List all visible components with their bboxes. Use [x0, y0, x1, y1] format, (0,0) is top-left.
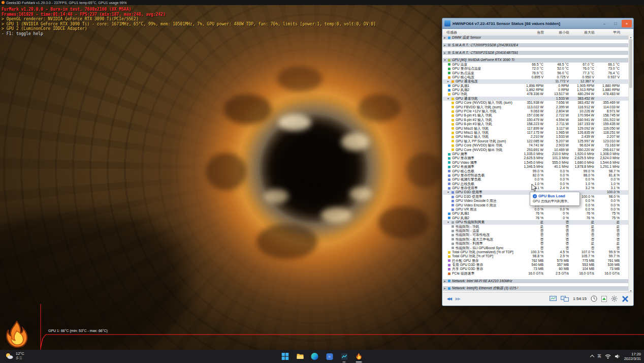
sensor-row[interactable]: GPU 功耗478.336 W13.517 W480.294 W478.483 … — [443, 92, 633, 96]
sensor-group-row[interactable]: ▸DIMM 温度 Sensor — [443, 36, 633, 40]
expand-arrow-icon[interactable]: ▸ — [444, 36, 447, 40]
expand-arrow-icon[interactable]: ▸ — [444, 286, 447, 290]
prev-page-icon[interactable]: ◀◀ — [447, 297, 452, 301]
sensor-row[interactable]: GPU Core (NVVDD) 输入 功耗 (sum)351.938 W7.6… — [443, 101, 633, 105]
sensor-row[interactable]: GPU Core (NVVDD) 输出 功耗74.741 W2.903 W96.… — [443, 143, 633, 147]
calculator-button[interactable] — [324, 350, 335, 362]
sensor-row[interactable]: GPU 总线负载1.0 %0.0 %1.0 %1.0 % — [443, 182, 633, 186]
furmark-osd: FurMark v1.29.0.0 - Burn-in test, 7680x2… — [2, 7, 376, 36]
sensor-row[interactable]: GPU 温度66.5 °C48.5 °C67.0 °C66.1 °C — [443, 63, 633, 67]
expand-arrow-icon[interactable]: ▾ — [447, 97, 451, 101]
furmark-titlebar[interactable]: Geeks3D FurMark v1.29.0.0 - 237FPS, GPU1… — [0, 0, 644, 5]
sensor-row[interactable]: GPU 输入 PP Source 功耗 (sum)122.085 W5.207 … — [443, 139, 633, 143]
sensor-row[interactable]: 性能限制 - 最大工作电压否否否否 — [443, 237, 633, 241]
tray-expand-icon[interactable] — [590, 355, 594, 359]
net-icon — [448, 280, 450, 282]
sensor-row[interactable]: GPU FBVDD 输入 功耗 (sum)113.022 W2.399 W116… — [443, 105, 633, 109]
volume-icon[interactable] — [615, 354, 621, 359]
sensor-group-row[interactable]: ▸Network: Intel(R) Ethernet 控制器 (3) I225… — [443, 286, 633, 290]
edge-button[interactable] — [309, 350, 320, 362]
expand-arrow-icon[interactable]: ▸ — [444, 51, 447, 55]
sensor-row[interactable]: GPU 8-pin #2 输入 功耗150.479 W4.594 W160.94… — [443, 118, 633, 122]
sensor-row[interactable]: GPU VR 用法0.0 %0.0 %0.0 %0.0 % — [443, 207, 633, 211]
mem-icon — [448, 264, 450, 266]
hwinfo-titlebar[interactable]: HWiNFO64 v7.22-4731 Sensor Status [88 va… — [442, 18, 633, 29]
expand-arrow-icon[interactable]: ▸ — [447, 79, 451, 83]
furmark-taskbar-button[interactable] — [353, 350, 365, 362]
scrollbar-thumb[interactable] — [629, 39, 632, 88]
sensor-row[interactable]: Total GPU 功耗 (normalized) [% of TDP]100.… — [443, 250, 633, 254]
sensor-row[interactable]: GPU PCIe +12V 输入 功耗9.063 W2.804 W10.226 … — [443, 109, 633, 113]
sensor-row[interactable]: GPU 核心负载99.0 %0.0 %99.0 %98.7 % — [443, 169, 633, 173]
minimize-button[interactable]: – — [599, 20, 609, 27]
sensor-row[interactable]: GPU 风扇11,896 RPM0 RPM1,905 RPM1,880 RPM — [443, 84, 633, 88]
sensor-label: GPU Video 频率 — [452, 161, 518, 165]
report-icon[interactable] — [601, 296, 607, 302]
sensor-row[interactable]: GPU Misc0 输入 功耗117.899 W3.117 W129.092 W… — [443, 127, 633, 131]
sensor-row[interactable]: GPU 有效频率1,346.5 MHz40.1 MHz1,878.8 MHz1,… — [443, 165, 633, 169]
start-button[interactable] — [280, 350, 291, 362]
close-button[interactable]: × — [622, 20, 632, 27]
sensor-label: GPU 有效频率 — [452, 165, 518, 169]
sensor-row[interactable]: 共享 GPU D3D 显存73 MB60 MB104 MB73 MB — [443, 267, 633, 271]
sensor-row[interactable]: 已分配 GPU 显存762 MB579 MB775 MB761 MB — [443, 259, 633, 263]
sensor-row[interactable]: GPU 显存控制器负载82.0 %0.0 %88.0 %81.8 % — [443, 173, 633, 177]
expand-arrow-icon[interactable]: ▸ — [444, 279, 447, 283]
sensor-row[interactable]: 性能限制 - 功耗是否是是 — [443, 225, 633, 229]
expand-arrow-icon[interactable]: ▾ — [447, 190, 451, 194]
sensor-group-row[interactable]: ▸Network: Intel Wi-Fi 6E AX210 160MHz — [443, 279, 633, 283]
sensor-row[interactable]: GPU 显存结点温度72.0 °C52.0 °C76.0 °C73.0 °C — [443, 67, 633, 71]
sensor-row[interactable]: 性能限制 - 利用率否否是是 — [443, 241, 633, 246]
sensor-group-row[interactable]: ▸S.M.A.R.T.: CT2000P5SSD8 (2042B332E45) — [443, 43, 633, 47]
sensor-row[interactable]: GPU 核心电压0.895 V0.725 V0.950 V0.937 V — [443, 75, 633, 79]
fan-icon — [448, 213, 450, 215]
maximize-button[interactable]: □ — [610, 20, 621, 27]
expand-arrow-icon[interactable]: ▾ — [444, 58, 447, 62]
next-page-icon[interactable]: ▶▶ — [456, 297, 460, 301]
scrollbar[interactable]: ▲ ▼ — [628, 36, 633, 292]
expand-arrow-icon[interactable]: ▸ — [444, 43, 447, 47]
sensor-row[interactable]: Total GPU 功耗 [% of TDP]98.8 %2.9 %105.7 … — [443, 254, 633, 258]
sensor-row[interactable]: GPU 显存频率2,625.5 MHz101.3 MHz2,625.5 MHz2… — [443, 156, 633, 160]
sensor-row[interactable]: GPU 风扇21,892 RPM0 RPM1,913 RPM1,880 RPM — [443, 88, 633, 92]
sensor-row[interactable]: PCIe 链路速率16.0 GT/s2.5 GT/s16.0 GT/s16.0 … — [443, 271, 633, 276]
column-sensor[interactable]: 传感器 — [443, 30, 519, 35]
sensor-group-row[interactable]: ▾GPU [#0]: NVIDIA GeForce RTX 3090 Ti: — [443, 58, 633, 62]
sensor-row[interactable]: 专用 GPU D3D 显存540 MB357 MB553 MB539 MB — [443, 263, 633, 267]
sensor-row[interactable]: 性能限制 - SLI GPUBoost Sync否否否否 — [443, 246, 633, 250]
sensor-row[interactable]: GPU Video 频率1,545.0 MHz555.0 MHz1,680.0 … — [443, 161, 633, 165]
hwinfo-taskbar-button[interactable] — [339, 350, 350, 362]
sensor-row[interactable]: GPU Core (NVVDD) 输出 功耗293.691 W10.469 W3… — [443, 148, 633, 152]
clock-widget[interactable]: 17:20 2022/3/31 — [624, 352, 641, 361]
sensor-row[interactable]: GPU 8-pin #3 输入 功耗158.223 W2.711 W167.15… — [443, 122, 633, 126]
column-minimum[interactable]: 最小值 — [544, 30, 569, 35]
settings-gear-icon[interactable] — [611, 295, 618, 302]
wifi-icon[interactable] — [605, 354, 611, 359]
sensor-row[interactable]: GPU 风扇176 %0 %76 %75 % — [443, 211, 633, 216]
column-maximum[interactable]: 最大值 — [569, 30, 595, 35]
sensor-group-row[interactable]: ▸S.M.A.R.T.: CT500P2SSD8 (2041E4B7591) — [443, 51, 633, 55]
graph-window-icon[interactable] — [550, 296, 557, 301]
scroll-up-icon[interactable]: ▲ — [630, 36, 632, 39]
ime-indicator[interactable]: 英 — [597, 354, 601, 359]
sensor-row[interactable]: ▾GPU 性能限制因素是否是是 — [443, 220, 633, 224]
weather-widget[interactable]: 12°C 多云 — [5, 351, 24, 360]
sensor-row[interactable]: GPU 视频引擎负载0.0 %0.0 %0.0 %0.0 % — [443, 177, 633, 182]
sensor-row[interactable]: GPU Misc2 输入 功耗2.210 W1.533 W2.439 W2.20… — [443, 135, 633, 139]
file-explorer-button[interactable] — [295, 350, 306, 362]
column-average[interactable]: 平均 — [595, 30, 620, 35]
sensor-row[interactable]: GPU 显存使用率3.1 %2.4 %3.2 %3.1 % — [443, 186, 633, 190]
sensors-window-icon[interactable] — [561, 296, 569, 301]
sensor-row[interactable]: 性能限制 - 可靠性电压否否否否 — [443, 233, 633, 237]
sensor-row[interactable]: GPU Misc1 输入 功耗117.175 W1.965 W126.835 W… — [443, 131, 633, 135]
column-current[interactable]: 当前 — [519, 30, 544, 35]
sensor-row[interactable]: ▸GPU 通道电压11.772 V12.367 V — [443, 79, 633, 83]
sensor-row[interactable]: GPU 热点温度76.9 °C56.0 °C77.3 °C76.4 °C — [443, 71, 633, 75]
sensor-row[interactable]: GPU 频率1,335.0 MHz210.0 MHz1,920.0 MHz1,3… — [443, 152, 633, 156]
sensor-row[interactable]: 性能限制 - 温度否否否否 — [443, 229, 633, 233]
sensor-row[interactable]: GPU 8-pin #1 输入 功耗157.036 W2.722 W170.96… — [443, 113, 633, 117]
sensor-row[interactable]: GPU 风扇276 %0 %76 %75 % — [443, 216, 633, 220]
close-sensors-icon[interactable] — [622, 295, 629, 302]
sensor-row[interactable]: ▾GPU 通道功耗1.533 W383.452 W — [443, 97, 633, 101]
expand-arrow-icon[interactable]: ▾ — [447, 220, 451, 224]
